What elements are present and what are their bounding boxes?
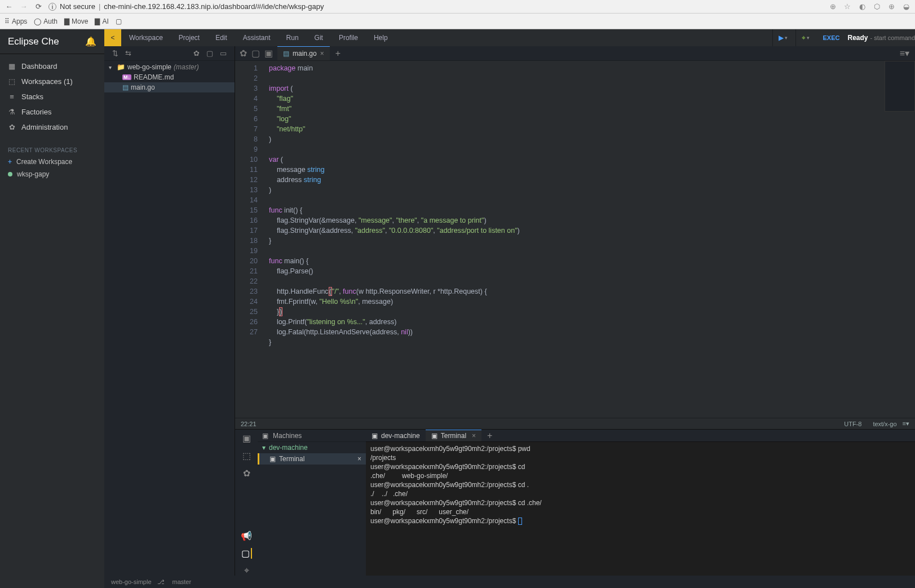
ext-icon-1[interactable]: ◐ (857, 2, 867, 11)
project-explorer: ⇅ ⇆ ✿ ▢ ▭ ▾ 📁 web-go-simple (master) M↓R… (104, 46, 235, 576)
folder-icon: 📁 (117, 63, 125, 71)
recent-workspaces-label: RECENT WORKSPACES (0, 139, 104, 156)
terminal-cursor (518, 518, 522, 525)
line-gutter: 1234567891011121314151617181920212223242… (235, 61, 263, 418)
bookmark-Auth[interactable]: ◯Auth (34, 17, 58, 25)
terminal-icon: ▣ (269, 455, 276, 463)
explorer-max-icon[interactable]: ▢ (203, 49, 216, 58)
insecure-label: Not secure (60, 2, 95, 11)
bookmark-item[interactable]: ▢ (116, 17, 124, 25)
nav-dashboard[interactable]: ▦Dashboard (0, 59, 104, 74)
close-icon[interactable]: × (357, 455, 361, 463)
file-main-go[interactable]: ▤main.go (104, 82, 235, 92)
ready-sublabel: - start command (870, 34, 915, 41)
nav-administration[interactable]: ✿Administration (0, 120, 104, 135)
menu-assistant[interactable]: Assistant (235, 34, 279, 42)
file-tab-main-go[interactable]: ▤ main.go × (277, 46, 330, 60)
close-icon[interactable]: × (472, 432, 476, 440)
bookmarks-bar: ⠿Apps◯Auth▇Move▇AI▢ (0, 14, 915, 29)
ide-area: < WorkspaceProjectEditAssistantRunGitPro… (104, 29, 915, 588)
run-button[interactable]: ▶▾ (772, 29, 793, 46)
explorer-tree-icon[interactable]: ⇅ (109, 49, 122, 58)
ide-status-bar: web-go-simple master (104, 576, 915, 588)
square-side-icon[interactable]: ▢ (241, 548, 252, 559)
bookmark-Apps[interactable]: ⠿Apps (5, 17, 27, 25)
encoding-label: UTF-8 (844, 421, 861, 427)
brand-header: Eclipse Che 🔔 (0, 29, 104, 54)
menu-profile[interactable]: Profile (331, 34, 366, 42)
terminal-tab-terminal[interactable]: ▣Terminal× (426, 430, 481, 441)
address-bar[interactable]: i Not secure | che-mini-che.192.168.42.1… (48, 2, 823, 11)
menu-edit[interactable]: Edit (207, 34, 235, 42)
exec-label: EXEC (817, 34, 846, 41)
editor-window-icon[interactable]: ▣ (264, 48, 273, 59)
tab-icon: ▣ (431, 432, 437, 440)
markdown-icon: M↓ (122, 74, 131, 80)
reload-button[interactable]: ⟳ (34, 2, 43, 11)
menu-workspace[interactable]: Workspace (121, 34, 171, 42)
bottom-side-icons: ▣ ⬚ ✿ 📢 ▢ ⌖ (235, 430, 258, 576)
close-icon[interactable]: × (320, 50, 324, 58)
gear-side-icon[interactable]: ✿ (243, 468, 250, 479)
chevron-down-icon: ▾ (109, 64, 114, 70)
create-workspace-link[interactable]: + Create Workspace (0, 156, 104, 168)
file-icon: ▤ (283, 50, 289, 58)
add-tab-button[interactable]: + (330, 48, 346, 59)
events-side-icon[interactable]: 📢 (241, 530, 252, 541)
ext-icon-3[interactable]: ⊕ (887, 2, 896, 11)
machines-tree-panel: ▣ Machines ▾ dev-machine ▣ Term (258, 430, 366, 576)
forward-button[interactable]: → (19, 2, 28, 11)
menu-items: WorkspaceProjectEditAssistantRunGitProfi… (121, 34, 396, 42)
status-more-icon[interactable]: ≡▾ (903, 420, 909, 427)
file-icon: ▤ (122, 83, 129, 91)
nav-workspaces[interactable]: ⬚Workspaces (1) (0, 74, 104, 89)
browser-action-icons: ⊕ ☆ ◐ ⬡ ⊕ ◒ (828, 2, 910, 11)
editor-more-icon[interactable]: ≡▾ (894, 48, 915, 59)
terminal-tabs: ▣dev-machine▣Terminal×+ (366, 430, 915, 442)
zoom-icon[interactable]: ⊕ (828, 2, 837, 11)
menu-run[interactable]: Run (279, 34, 307, 42)
project-root[interactable]: ▾ 📁 web-go-simple (master) (104, 62, 235, 72)
menu-collapse-button[interactable]: < (104, 29, 121, 46)
explorer-toolbar: ⇅ ⇆ ✿ ▢ ▭ (104, 46, 235, 61)
status-dot-icon (8, 172, 12, 176)
terminal-tab-devmachine[interactable]: ▣dev-machine (366, 430, 426, 441)
editor-square-icon[interactable]: ▢ (251, 48, 260, 59)
back-button[interactable]: ← (5, 2, 14, 11)
debug-side-icon[interactable]: ⌖ (244, 565, 249, 576)
bookmark-Move[interactable]: ▇Move (64, 17, 88, 25)
dashboard-sidebar: Eclipse Che 🔔 ▦Dashboard⬚Workspaces (1)≡… (0, 29, 104, 588)
chevron-down-icon: ▾ (262, 444, 266, 452)
brand-title: Eclipse Che (8, 36, 59, 47)
star-icon[interactable]: ☆ (843, 2, 852, 11)
footer-branch: master (173, 578, 192, 585)
terminal-side-icon[interactable]: ▣ (242, 433, 251, 444)
menu-git[interactable]: Git (307, 34, 331, 42)
menu-help[interactable]: Help (366, 34, 396, 42)
cube-side-icon[interactable]: ⬚ (242, 450, 251, 461)
debug-button[interactable]: ⌖▾ (795, 29, 815, 46)
add-terminal-tab[interactable]: + (481, 431, 498, 441)
info-icon: i (48, 3, 56, 11)
ext-icon-2[interactable]: ⬡ (872, 2, 881, 11)
recent-workspace[interactable]: wksp-gapy (0, 168, 104, 180)
bell-icon[interactable]: 🔔 (85, 36, 96, 47)
code-editor[interactable]: 1234567891011121314151617181920212223242… (235, 61, 915, 418)
file-README-md[interactable]: M↓README.md (104, 72, 235, 82)
nav-factories[interactable]: ⚗Factories (0, 104, 104, 120)
editor-gear-icon[interactable]: ✿ (240, 48, 247, 59)
footer-project: web-go-simple (111, 578, 152, 585)
profile-icon[interactable]: ◒ (901, 2, 910, 11)
terminal-output[interactable]: user@workspacekxmh0y5w9gt90mh2:/projects… (366, 442, 915, 576)
bookmark-AI[interactable]: ▇AI (95, 17, 108, 25)
ready-label: Ready (848, 34, 868, 42)
menu-project[interactable]: Project (171, 34, 207, 42)
nav-stacks[interactable]: ≡Stacks (0, 89, 104, 104)
editor-column: ✿ ▢ ▣ ▤ main.go × + ≡▾ 12345678910111213… (235, 46, 915, 576)
explorer-min-icon[interactable]: ▭ (216, 49, 230, 58)
machine-dev-machine[interactable]: ▾ dev-machine (258, 442, 366, 453)
code-lines[interactable]: package main import ( "flag" "fmt" "log"… (263, 61, 915, 418)
machine-terminal-item[interactable]: ▣ Terminal × (258, 453, 366, 465)
explorer-link-icon[interactable]: ⇆ (122, 49, 135, 58)
explorer-gear-icon[interactable]: ✿ (190, 49, 203, 58)
